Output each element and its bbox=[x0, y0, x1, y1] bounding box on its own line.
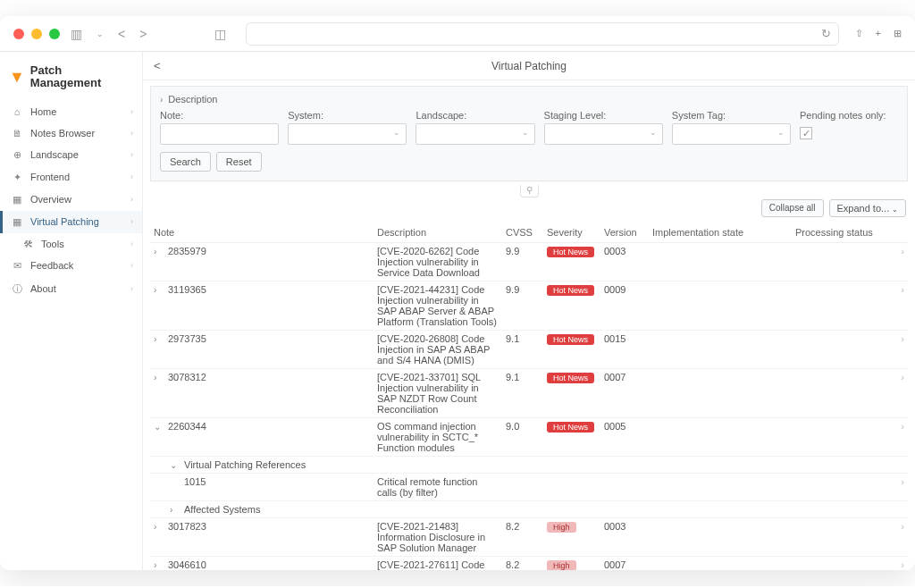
chevron-right-icon[interactable]: › bbox=[890, 369, 908, 418]
table-row[interactable]: ›2835979[CVE-2020-6262] Code Injection v… bbox=[150, 243, 908, 281]
expand-icon[interactable]: › bbox=[170, 505, 180, 515]
version-value: 0003 bbox=[600, 518, 649, 557]
table-row[interactable]: ›3046610[CVE-2021-27611] Code Injection … bbox=[150, 557, 908, 571]
table-row[interactable]: ›2973735[CVE-2020-26808] Code Injection … bbox=[150, 331, 908, 369]
chevron-right-icon: › bbox=[130, 217, 133, 226]
note-description: OS command injection vulnerability in SC… bbox=[374, 418, 502, 457]
sidebar-item-feedback[interactable]: ✉Feedback› bbox=[0, 255, 142, 277]
chevron-right-icon[interactable]: › bbox=[890, 418, 908, 457]
maximize-icon[interactable] bbox=[49, 29, 60, 39]
app-name: Patch Management bbox=[30, 64, 133, 90]
system-label: System: bbox=[288, 110, 407, 121]
sidebar-item-home[interactable]: ⌂Home› bbox=[0, 101, 142, 122]
expand-icon[interactable]: › bbox=[154, 373, 164, 382]
nav-forward-icon[interactable]: > bbox=[136, 27, 150, 41]
expand-icon[interactable]: ⌄ bbox=[154, 422, 164, 432]
cvss-value: 9.9 bbox=[502, 281, 543, 331]
col-implementation[interactable]: Implementation state bbox=[649, 223, 792, 243]
reset-button[interactable]: Reset bbox=[216, 152, 262, 172]
table-row[interactable]: ›3078312[CVE-2021-33701] SQL Injection v… bbox=[150, 369, 908, 418]
chevron-right-icon[interactable]: › bbox=[890, 281, 908, 331]
col-severity[interactable]: Severity bbox=[543, 223, 600, 243]
chevron-right-icon[interactable]: › bbox=[890, 474, 908, 501]
app-body: ▼ Patch Management ⌂Home›🗎Notes Browser›… bbox=[0, 52, 915, 570]
sidebar-item-notes-browser[interactable]: 🗎Notes Browser› bbox=[0, 122, 142, 144]
share-icon[interactable]: ⇧ bbox=[855, 28, 863, 39]
shield-icon[interactable]: ◫ bbox=[211, 27, 230, 41]
sidebar-toggle-icon[interactable]: ▥ bbox=[67, 27, 86, 41]
note-number: 2973735 bbox=[168, 333, 206, 344]
table-row[interactable]: ⌄2260344OS command injection vulnerabili… bbox=[150, 418, 908, 457]
table-row[interactable]: ›3119365[CVE-2021-44231] Code Injection … bbox=[150, 281, 908, 331]
filter-row: Note: System: ⌄ Landscape: ⌄ Staging Lev… bbox=[160, 110, 898, 145]
chevron-down-icon[interactable]: ⌄ bbox=[93, 29, 107, 38]
search-button[interactable]: Search bbox=[160, 152, 211, 172]
severity-badge: High bbox=[547, 560, 576, 570]
sidebar-item-tools[interactable]: 🛠Tools› bbox=[0, 233, 142, 255]
page-title: Virtual Patching bbox=[491, 60, 567, 72]
expand-to-button[interactable]: Expand to... ⌄ bbox=[829, 199, 907, 217]
expand-icon[interactable]: › bbox=[154, 560, 164, 570]
table-row[interactable]: 1015Critical remote function calls (by f… bbox=[150, 474, 908, 501]
note-number: 2260344 bbox=[168, 421, 206, 432]
severity-badge: Hot News bbox=[547, 422, 594, 433]
sidebar-item-about[interactable]: ⓘAbout› bbox=[0, 277, 142, 301]
home-icon: ⌂ bbox=[11, 106, 23, 117]
table-row[interactable]: ›3017823[CVE-2021-21483] Information Dis… bbox=[150, 518, 908, 557]
expand-icon[interactable]: ⌄ bbox=[170, 460, 180, 470]
pin-icon[interactable]: ⚲ bbox=[520, 185, 539, 197]
filter-staging: Staging Level: ⌄ bbox=[544, 110, 663, 145]
collapse-all-button[interactable]: Collapse all bbox=[761, 199, 824, 217]
expand-icon[interactable]: › bbox=[154, 334, 164, 344]
description-toggle[interactable]: › Description bbox=[160, 92, 898, 110]
minimize-icon[interactable] bbox=[31, 29, 42, 39]
about-icon: ⓘ bbox=[11, 282, 23, 296]
landscape-select[interactable]: ⌄ bbox=[416, 123, 534, 145]
back-icon[interactable]: < bbox=[154, 59, 161, 72]
tabs-icon[interactable]: ⊞ bbox=[894, 28, 902, 39]
sidebar-item-landscape[interactable]: ⊕Landscape› bbox=[0, 144, 142, 166]
staging-select[interactable]: ⌄ bbox=[544, 123, 663, 145]
sidebar-item-frontend[interactable]: ✦Frontend› bbox=[0, 166, 142, 189]
virtual-patching-icon: ▦ bbox=[11, 216, 23, 228]
reload-icon[interactable]: ↻ bbox=[821, 27, 831, 40]
sidebar-item-virtual-patching[interactable]: ▦Virtual Patching› bbox=[0, 211, 142, 233]
severity-badge: High bbox=[547, 522, 576, 533]
chevron-down-icon: ⌄ bbox=[650, 128, 657, 137]
system-select[interactable]: ⌄ bbox=[288, 123, 407, 145]
chevron-right-icon[interactable]: › bbox=[890, 557, 908, 571]
expand-icon[interactable]: › bbox=[154, 247, 164, 256]
chevron-right-icon[interactable]: › bbox=[890, 243, 908, 281]
chevron-right-icon[interactable]: › bbox=[890, 518, 908, 557]
table-row[interactable]: ›Affected Systems bbox=[150, 501, 908, 518]
nav-back-icon[interactable]: < bbox=[114, 27, 129, 41]
note-input[interactable] bbox=[160, 123, 279, 145]
close-icon[interactable] bbox=[13, 29, 24, 39]
logo-icon: ▼ bbox=[9, 68, 25, 87]
system-tag-select[interactable]: ⌄ bbox=[672, 123, 791, 145]
new-tab-icon[interactable]: + bbox=[876, 28, 881, 39]
col-note[interactable]: Note bbox=[150, 223, 374, 243]
filter-pending: Pending notes only: ✓ bbox=[800, 110, 898, 145]
table-row[interactable]: ⌄Virtual Patching References bbox=[150, 457, 908, 474]
col-description[interactable]: Description bbox=[374, 223, 502, 243]
col-cvss[interactable]: CVSS bbox=[502, 223, 543, 243]
col-processing[interactable]: Processing status bbox=[792, 223, 890, 243]
note-number: 3119365 bbox=[168, 284, 206, 295]
chevron-right-icon[interactable]: › bbox=[890, 331, 908, 369]
note-description: [CVE-2021-44231] Code Injection vulnerab… bbox=[374, 281, 502, 331]
sidebar-item-overview[interactable]: ▦Overview› bbox=[0, 189, 142, 211]
cvss-value: 9.9 bbox=[502, 243, 543, 281]
col-version[interactable]: Version bbox=[600, 223, 649, 243]
sidebar-item-label: Feedback bbox=[30, 260, 73, 271]
sidebar-item-label: Overview bbox=[30, 194, 71, 205]
note-number: 3078312 bbox=[168, 372, 206, 382]
severity-badge: Hot News bbox=[547, 373, 594, 383]
expand-icon[interactable]: › bbox=[154, 285, 164, 295]
address-bar[interactable]: ↻ bbox=[246, 22, 838, 46]
chevron-right-icon: › bbox=[130, 239, 133, 248]
system-tag-label: System Tag: bbox=[672, 110, 791, 121]
pin-bar: ⚲ bbox=[150, 185, 908, 197]
expand-icon[interactable]: › bbox=[154, 522, 164, 532]
pending-checkbox[interactable]: ✓ bbox=[800, 127, 812, 139]
